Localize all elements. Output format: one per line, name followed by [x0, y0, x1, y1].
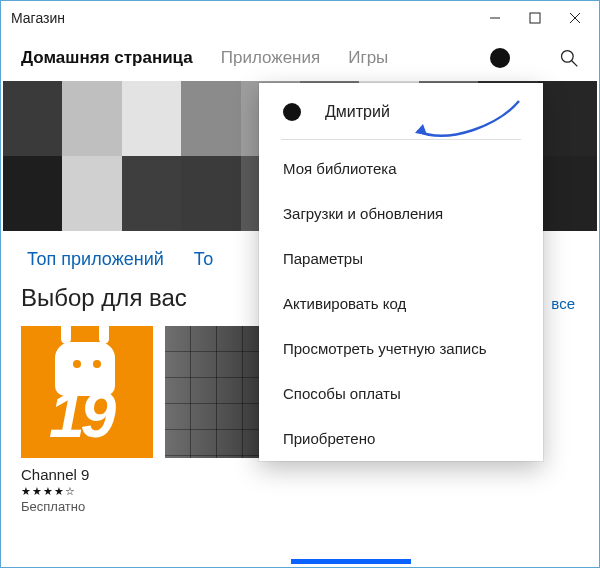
app-rating: ★★★★☆: [21, 485, 153, 498]
nav-row: Домашняя страница Приложения Игры: [1, 35, 599, 81]
menu-item-payment[interactable]: Способы оплаты: [259, 371, 543, 416]
app-tile-channel9[interactable]: 19 Channel 9 ★★★★☆ Бесплатно: [21, 326, 153, 514]
hero-pixel: [181, 81, 240, 156]
tab-games[interactable]: Игры: [348, 48, 388, 68]
maximize-button[interactable]: [515, 4, 555, 32]
menu-item-view-account[interactable]: Просмотреть учетную запись: [259, 326, 543, 371]
hero-pixel: [181, 156, 240, 231]
tab-apps[interactable]: Приложения: [221, 48, 320, 68]
titlebar: Магазин: [1, 1, 599, 35]
user-menu: Дмитрий Моя библиотека Загрузки и обновл…: [259, 83, 543, 461]
svg-point-4: [562, 51, 574, 63]
svg-line-5: [572, 61, 578, 67]
tab-home[interactable]: Домашняя страница: [21, 48, 193, 68]
app-price: Бесплатно: [21, 499, 153, 514]
user-avatar-icon: [490, 48, 510, 68]
user-menu-account-row[interactable]: Дмитрий: [259, 83, 543, 139]
hero-pixel: [62, 156, 121, 231]
close-button[interactable]: [555, 4, 595, 32]
hero-pixel: [122, 81, 181, 156]
menu-item-purchased[interactable]: Приобретено: [259, 416, 543, 461]
progress-indicator: [291, 559, 411, 564]
menu-item-settings[interactable]: Параметры: [259, 236, 543, 281]
link-partial[interactable]: То: [194, 249, 214, 270]
user-avatar-button[interactable]: [483, 41, 517, 75]
link-top-apps[interactable]: Топ приложений: [27, 249, 164, 270]
app-name: Channel 9: [21, 466, 153, 483]
hero-pixel: [538, 81, 597, 156]
search-icon: [559, 48, 579, 68]
minimize-button[interactable]: [475, 4, 515, 32]
maximize-icon: [529, 12, 541, 24]
picks-title: Выбор для вас: [21, 284, 187, 312]
menu-item-library[interactable]: Моя библиотека: [259, 146, 543, 191]
user-avatar-icon: [283, 103, 301, 121]
menu-item-redeem-code[interactable]: Активировать код: [259, 281, 543, 326]
user-name: Дмитрий: [325, 103, 390, 121]
menu-item-downloads[interactable]: Загрузки и обновления: [259, 191, 543, 236]
window-title: Магазин: [11, 10, 65, 26]
search-button[interactable]: [549, 38, 589, 78]
svg-rect-1: [530, 13, 540, 23]
hero-pixel: [3, 156, 62, 231]
hero-pixel: [122, 156, 181, 231]
app-thumbnail: 19: [21, 326, 153, 458]
hero-pixel: [538, 156, 597, 231]
hero-pixel: [62, 81, 121, 156]
close-icon: [569, 12, 581, 24]
picks-show-all[interactable]: все: [551, 295, 575, 312]
hero-pixel: [3, 81, 62, 156]
minimize-icon: [489, 12, 501, 24]
menu-divider: [281, 139, 521, 140]
